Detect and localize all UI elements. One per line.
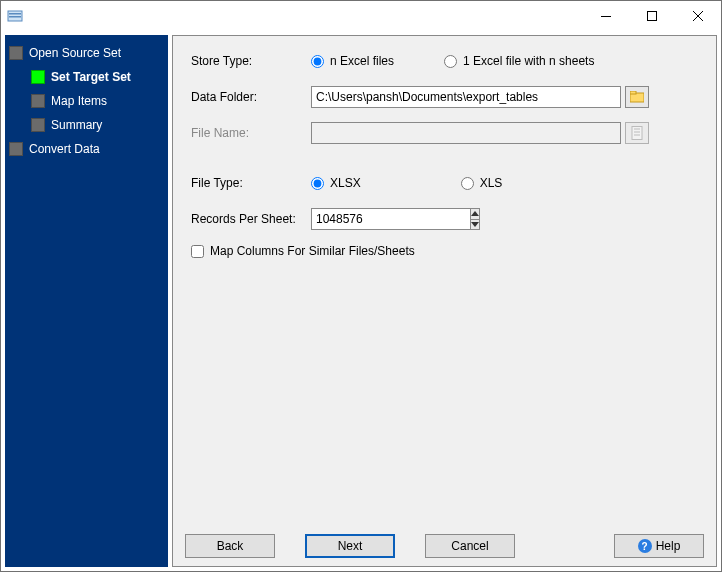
file-icon <box>631 126 643 140</box>
radio-input[interactable] <box>311 55 324 68</box>
radio-input[interactable] <box>311 177 324 190</box>
browse-file-button <box>625 122 649 144</box>
svg-rect-1 <box>9 13 21 15</box>
radio-input[interactable] <box>461 177 474 190</box>
records-per-sheet-label: Records Per Sheet: <box>191 212 311 226</box>
step-marker-icon <box>9 46 23 60</box>
radio-label: XLS <box>480 176 503 190</box>
nav-label: Convert Data <box>29 142 100 156</box>
button-label: Help <box>656 539 681 553</box>
radio-label: XLSX <box>330 176 361 190</box>
titlebar <box>1 1 721 31</box>
data-folder-row: Data Folder: <box>191 86 698 108</box>
nav-label: Summary <box>51 118 102 132</box>
spinner-up-button[interactable] <box>471 209 479 220</box>
file-name-label: File Name: <box>191 126 311 140</box>
radio-input[interactable] <box>444 55 457 68</box>
store-type-radio-group: n Excel files 1 Excel file with n sheets <box>311 54 594 68</box>
svg-rect-8 <box>630 91 636 94</box>
svg-marker-13 <box>471 211 479 216</box>
file-type-row: File Type: XLSX XLS <box>191 172 698 194</box>
wizard-window: Open Source Set Set Target Set Map Items… <box>0 0 722 572</box>
data-folder-label: Data Folder: <box>191 90 311 104</box>
radio-label: n Excel files <box>330 54 394 68</box>
records-per-sheet-spinner[interactable] <box>311 208 421 230</box>
browse-folder-button[interactable] <box>625 86 649 108</box>
nav-convert-data[interactable]: Convert Data <box>9 137 168 161</box>
radio-label: 1 Excel file with n sheets <box>463 54 594 68</box>
svg-rect-3 <box>601 16 611 17</box>
window-controls <box>583 1 721 31</box>
step-marker-icon <box>9 142 23 156</box>
file-type-radio-group: XLSX XLS <box>311 176 502 190</box>
store-type-row: Store Type: n Excel files 1 Excel file w… <box>191 50 698 72</box>
button-bar: Back Next Cancel ? Help <box>173 526 716 566</box>
map-columns-label: Map Columns For Similar Files/Sheets <box>210 244 415 258</box>
map-columns-checkbox[interactable] <box>191 245 204 258</box>
app-icon <box>7 8 23 24</box>
svg-rect-9 <box>632 127 642 140</box>
step-marker-icon <box>31 94 45 108</box>
step-marker-icon <box>31 118 45 132</box>
step-marker-icon <box>31 70 45 84</box>
data-folder-input[interactable] <box>311 86 621 108</box>
file-type-xls[interactable]: XLS <box>461 176 503 190</box>
nav-map-items[interactable]: Map Items <box>9 89 168 113</box>
file-name-row: File Name: <box>191 122 698 144</box>
svg-rect-4 <box>648 12 657 21</box>
help-icon: ? <box>638 539 652 553</box>
help-button[interactable]: ? Help <box>614 534 704 558</box>
store-type-label: Store Type: <box>191 54 311 68</box>
minimize-button[interactable] <box>583 1 629 31</box>
nav-summary[interactable]: Summary <box>9 113 168 137</box>
maximize-button[interactable] <box>629 1 675 31</box>
close-button[interactable] <box>675 1 721 31</box>
file-type-xlsx[interactable]: XLSX <box>311 176 361 190</box>
svg-marker-14 <box>471 222 479 227</box>
content-panel: Store Type: n Excel files 1 Excel file w… <box>172 35 717 567</box>
nav-open-source-set[interactable]: Open Source Set <box>9 41 168 65</box>
records-per-sheet-row: Records Per Sheet: <box>191 208 698 230</box>
next-button[interactable]: Next <box>305 534 395 558</box>
chevron-up-icon <box>471 211 479 216</box>
button-label: Cancel <box>451 539 488 553</box>
file-name-input <box>311 122 621 144</box>
spinner-down-button[interactable] <box>471 220 479 230</box>
nav-label: Set Target Set <box>51 70 131 84</box>
cancel-button[interactable]: Cancel <box>425 534 515 558</box>
records-per-sheet-input[interactable] <box>311 208 470 230</box>
map-columns-row[interactable]: Map Columns For Similar Files/Sheets <box>191 244 698 258</box>
spinner-buttons <box>470 208 480 230</box>
form-area: Store Type: n Excel files 1 Excel file w… <box>173 36 716 526</box>
file-type-label: File Type: <box>191 176 311 190</box>
back-button[interactable]: Back <box>185 534 275 558</box>
button-label: Next <box>338 539 363 553</box>
nav-set-target-set[interactable]: Set Target Set <box>9 65 168 89</box>
chevron-down-icon <box>471 222 479 227</box>
store-type-single-file[interactable]: 1 Excel file with n sheets <box>444 54 594 68</box>
button-label: Back <box>217 539 244 553</box>
store-type-n-files[interactable]: n Excel files <box>311 54 394 68</box>
nav-label: Map Items <box>51 94 107 108</box>
svg-rect-2 <box>9 16 21 18</box>
wizard-steps-nav: Open Source Set Set Target Set Map Items… <box>5 35 168 567</box>
nav-label: Open Source Set <box>29 46 121 60</box>
folder-icon <box>630 91 644 103</box>
body: Open Source Set Set Target Set Map Items… <box>1 31 721 571</box>
